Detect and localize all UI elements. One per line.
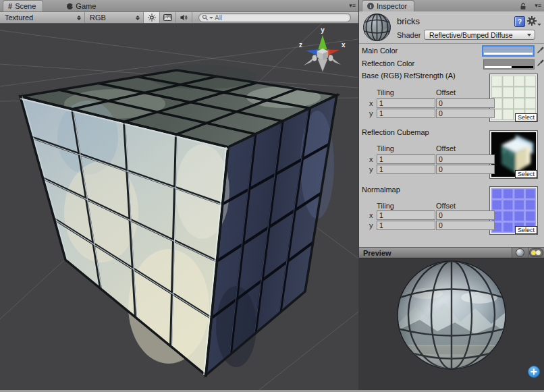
normalmap-select-button[interactable]: Select <box>515 226 537 234</box>
eyedropper-icon[interactable] <box>537 46 544 54</box>
chevron-down-icon <box>537 24 541 26</box>
reflection-color-swatch[interactable] <box>483 59 535 69</box>
x-row-label: x <box>369 211 373 219</box>
cubemap-tiling-y-input[interactable] <box>377 165 435 174</box>
shader-dropdown[interactable]: Reflective/Bumped Diffuse <box>424 30 535 40</box>
base-tiling-y-input[interactable] <box>377 109 435 118</box>
search-field[interactable] <box>198 13 351 22</box>
inspector-pane: i Inspector ▾≡ <box>358 0 544 390</box>
axis-z-label: z <box>299 41 302 49</box>
y-row-label: y <box>369 165 373 173</box>
preview-title: Preview <box>363 249 512 257</box>
settings-menu-button[interactable] <box>527 16 541 26</box>
preview-sphere[interactable] <box>359 258 544 391</box>
axis-y-cone[interactable] <box>319 35 327 49</box>
preview-header[interactable]: Preview <box>359 247 544 258</box>
help-book-icon[interactable]: ? <box>514 16 525 27</box>
tab-inspector-label: Inspector <box>377 2 407 10</box>
base-offset-x-input[interactable] <box>436 99 495 108</box>
skybox-toggle-button[interactable] <box>160 12 176 23</box>
tab-scene-label: Scene <box>15 2 36 10</box>
main-color-label: Main Color <box>362 47 398 55</box>
speaker-icon <box>180 14 188 21</box>
y-row-label: y <box>369 221 373 229</box>
lights-icon <box>529 248 543 257</box>
game-icon <box>67 3 73 9</box>
reflection-color-label: Reflection Color <box>362 59 414 67</box>
scene-tabbar: # Scene Game ▾≡ <box>0 0 358 12</box>
preview-area[interactable] <box>359 258 544 391</box>
axis-gizmo[interactable]: y x z <box>299 26 346 72</box>
offset-header: Offset <box>436 202 456 210</box>
eyedropper-icon[interactable] <box>537 59 544 67</box>
grid-icon: # <box>8 2 12 10</box>
render-mode-value: RGB <box>90 13 106 22</box>
y-row-label: y <box>369 109 373 117</box>
chevron-down-icon <box>527 34 531 36</box>
tab-game-label: Game <box>76 2 96 10</box>
chevron-updown-icon <box>136 16 140 20</box>
base-texture-select-button[interactable]: Select <box>515 113 537 121</box>
main-color-swatch[interactable] <box>483 47 533 55</box>
base-offset-y-input[interactable] <box>436 109 495 118</box>
info-icon: i <box>367 3 374 9</box>
tiling-header: Tiling <box>377 88 394 96</box>
normalmap-offset-x-input[interactable] <box>436 211 495 220</box>
offset-header: Offset <box>436 88 456 96</box>
cubemap-offset-x-input[interactable] <box>436 155 495 164</box>
base-tiling-x-input[interactable] <box>377 99 435 108</box>
draw-mode-dropdown[interactable]: Textured <box>0 12 85 23</box>
scene-pane: # Scene Game ▾≡ Textured RGB <box>0 0 358 390</box>
base-texture-label: Base (RGB) RefStrength (A) <box>362 72 456 80</box>
x-row-label: x <box>369 155 373 163</box>
material-header: bricks Shader Reflective/Bumped Diffuse … <box>359 11 544 44</box>
sun-icon <box>148 13 156 22</box>
normalmap-thumbnail[interactable]: Select <box>489 186 538 235</box>
cubemap-select-button[interactable]: Select <box>515 170 537 178</box>
pane-menu-icon[interactable]: ▾≡ <box>535 2 541 9</box>
preview-shape-button[interactable] <box>512 248 528 258</box>
normalmap-offset-y-input[interactable] <box>436 221 495 230</box>
normalmap-tiling-x-input[interactable] <box>377 211 435 220</box>
tab-game[interactable]: Game <box>62 1 103 11</box>
scene-toolbar: Textured RGB <box>0 12 358 24</box>
tiling-header: Tiling <box>377 202 394 210</box>
tab-scene[interactable]: # Scene <box>3 0 43 11</box>
offset-header: Offset <box>436 144 456 152</box>
search-input[interactable] <box>213 14 346 22</box>
cubemap-thumbnail[interactable]: Select <box>489 130 538 179</box>
pane-menu-icon[interactable]: ▾≡ <box>349 2 356 9</box>
lighting-toggle-button[interactable] <box>144 12 160 23</box>
normalmap-tiling-y-input[interactable] <box>377 221 435 230</box>
inspector-tabbar: i Inspector ▾≡ <box>359 0 544 12</box>
cubemap-offset-y-input[interactable] <box>436 165 495 174</box>
lock-icon[interactable] <box>520 3 526 10</box>
axis-y-label: y <box>321 26 325 34</box>
axis-x-label: x <box>342 41 346 49</box>
draw-mode-value: Textured <box>5 13 33 22</box>
cube-object[interactable] <box>20 65 337 375</box>
tiling-header: Tiling <box>377 144 394 152</box>
image-icon <box>163 14 172 21</box>
render-mode-dropdown[interactable]: RGB <box>85 12 144 23</box>
unity-editor-window: # Scene Game ▾≡ Textured RGB <box>0 0 544 392</box>
material-name: bricks <box>397 16 420 26</box>
audio-toggle-button[interactable] <box>176 12 192 23</box>
sphere-icon <box>516 248 524 257</box>
gear-icon <box>527 16 537 26</box>
x-row-label: x <box>369 99 373 107</box>
preview-lighting-button[interactable] <box>528 248 544 258</box>
scene-viewport[interactable]: y x z <box>0 23 358 390</box>
cubemap-tiling-x-input[interactable] <box>377 155 435 164</box>
normalmap-label: Normalmap <box>362 186 400 194</box>
shader-value: Reflective/Bumped Diffuse <box>429 31 513 39</box>
tab-inspector[interactable]: i Inspector <box>362 0 414 11</box>
shader-label: Shader <box>397 31 420 39</box>
magnifier-icon <box>202 14 209 21</box>
reflection-cubemap-label: Reflection Cubemap <box>362 128 429 136</box>
base-texture-thumbnail[interactable]: Select <box>489 74 538 122</box>
chevron-updown-icon <box>77 16 81 20</box>
add-preview-button[interactable] <box>528 366 540 378</box>
material-preview-thumbnail <box>362 13 391 42</box>
